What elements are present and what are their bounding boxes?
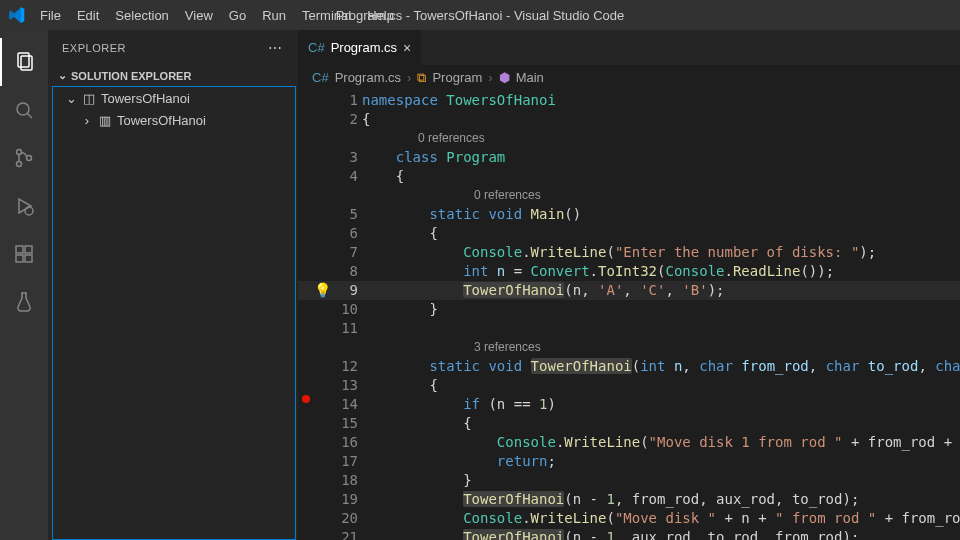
svg-point-4	[17, 150, 22, 155]
line-number: 12	[332, 357, 362, 376]
class-icon: ⧉	[417, 70, 426, 86]
svg-rect-0	[18, 53, 29, 67]
sidebar-header: EXPLORER ⋯	[48, 30, 298, 65]
svg-rect-12	[25, 246, 32, 253]
method-icon: ⬢	[499, 70, 510, 85]
sidebar-more-icon[interactable]: ⋯	[268, 40, 284, 56]
line-number: 21	[332, 528, 362, 540]
line-number: 6	[332, 224, 362, 243]
explorer-icon[interactable]	[0, 38, 48, 86]
line-number: 20	[332, 509, 362, 528]
svg-point-2	[17, 103, 29, 115]
line-number: 9	[332, 281, 362, 300]
title-bar: File Edit Selection View Go Run Terminal…	[0, 0, 960, 30]
solution-icon: ◫	[81, 91, 97, 106]
run-debug-icon[interactable]	[0, 182, 48, 230]
codelens[interactable]: 0 references	[362, 129, 960, 148]
line-number: 17	[332, 452, 362, 471]
testing-icon[interactable]	[0, 278, 48, 326]
text-editor[interactable]: 1namespace TowersOfHanoi 2{ 0 references…	[298, 91, 960, 540]
codelens[interactable]: 3 references	[362, 338, 960, 357]
solution-explorer-label: SOLUTION EXPLORER	[71, 70, 191, 82]
svg-point-5	[17, 162, 22, 167]
tree-root-label: TowersOfHanoi	[101, 91, 190, 106]
svg-rect-11	[25, 255, 32, 262]
solution-tree[interactable]: ⌄ ◫ TowersOfHanoi › ▥ TowersOfHanoi	[52, 86, 296, 540]
line-number: 13	[332, 376, 362, 395]
line-number: 11	[332, 319, 362, 338]
svg-rect-1	[21, 56, 32, 70]
line-number: 5	[332, 205, 362, 224]
line-number: 4	[332, 167, 362, 186]
tab-program-cs[interactable]: C# Program.cs ×	[298, 30, 422, 65]
menu-help[interactable]: Help	[359, 4, 402, 27]
line-number: 1	[332, 91, 362, 110]
line-number: 8	[332, 262, 362, 281]
tree-child-label: TowersOfHanoi	[117, 113, 206, 128]
csharp-file-icon: C#	[312, 70, 329, 85]
menu-terminal[interactable]: Terminal	[294, 4, 359, 27]
vscode-icon	[8, 6, 26, 24]
line-number: 15	[332, 414, 362, 433]
tab-label: Program.cs	[331, 40, 397, 55]
solution-explorer-header[interactable]: ⌄ SOLUTION EXPLORER	[48, 65, 298, 86]
svg-rect-9	[16, 246, 23, 253]
menu-file[interactable]: File	[32, 4, 69, 27]
line-number: 18	[332, 471, 362, 490]
breadcrumb-class[interactable]: Program	[432, 70, 482, 85]
chevron-down-icon: ⌄	[58, 69, 67, 82]
line-number: 19	[332, 490, 362, 509]
breadcrumbs[interactable]: C# Program.cs › ⧉ Program › ⬢ Main	[298, 65, 960, 91]
extensions-icon[interactable]	[0, 230, 48, 278]
svg-line-3	[28, 114, 33, 119]
svg-rect-10	[16, 255, 23, 262]
tab-bar: C# Program.cs ×	[298, 30, 960, 65]
line-number: 2	[332, 110, 362, 129]
search-icon[interactable]	[0, 86, 48, 134]
tree-child[interactable]: › ▥ TowersOfHanoi	[53, 109, 295, 131]
tree-root[interactable]: ⌄ ◫ TowersOfHanoi	[53, 87, 295, 109]
line-number: 10	[332, 300, 362, 319]
line-number: 3	[332, 148, 362, 167]
svg-point-8	[25, 207, 33, 215]
chevron-right-icon: ›	[407, 70, 411, 85]
svg-point-6	[27, 156, 32, 161]
breakpoint-icon[interactable]	[302, 395, 310, 403]
codelens[interactable]: 0 references	[362, 186, 960, 205]
line-number: 14	[332, 395, 362, 414]
line-number: 16	[332, 433, 362, 452]
line-number: 7	[332, 243, 362, 262]
menu-run[interactable]: Run	[254, 4, 294, 27]
menu-go[interactable]: Go	[221, 4, 254, 27]
lightbulb-icon[interactable]: 💡	[314, 282, 331, 298]
menu-bar: File Edit Selection View Go Run Terminal…	[32, 4, 402, 27]
editor-group: C# Program.cs × C# Program.cs › ⧉ Progra…	[298, 30, 960, 540]
breadcrumb-file[interactable]: Program.cs	[335, 70, 401, 85]
chevron-right-icon: ›	[488, 70, 492, 85]
csharp-project-icon: ▥	[97, 113, 113, 128]
menu-view[interactable]: View	[177, 4, 221, 27]
close-icon[interactable]: ×	[403, 40, 411, 56]
breadcrumb-method[interactable]: Main	[516, 70, 544, 85]
csharp-file-icon: C#	[308, 40, 325, 55]
chevron-down-icon: ⌄	[65, 91, 77, 106]
menu-selection[interactable]: Selection	[107, 4, 176, 27]
sidebar: EXPLORER ⋯ ⌄ SOLUTION EXPLORER ⌄ ◫ Tower…	[48, 30, 298, 540]
menu-edit[interactable]: Edit	[69, 4, 107, 27]
activity-bar	[0, 30, 48, 540]
source-control-icon[interactable]	[0, 134, 48, 182]
sidebar-title: EXPLORER	[62, 42, 126, 54]
chevron-right-icon: ›	[81, 113, 93, 128]
